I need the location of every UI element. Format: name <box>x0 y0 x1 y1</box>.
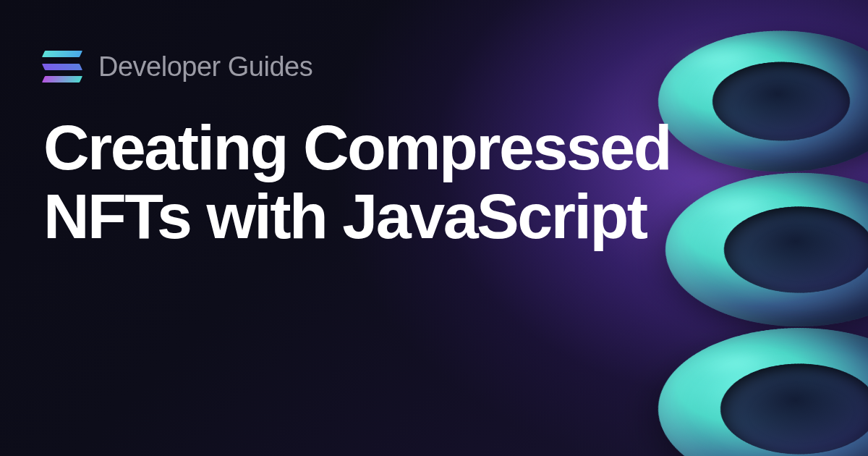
torus-ring-bottom <box>626 310 868 456</box>
solana-logo-icon <box>43 51 81 83</box>
header: Developer Guides <box>43 51 825 83</box>
logo-bar <box>42 51 82 57</box>
logo-bar <box>42 64 82 70</box>
page-title: Creating Compressed NFTs with JavaScript <box>43 113 825 250</box>
ring-highlight <box>689 345 784 381</box>
category-label: Developer Guides <box>98 51 312 83</box>
logo-bar <box>42 76 82 83</box>
content-area: Developer Guides Creating Compressed NFT… <box>0 0 868 301</box>
